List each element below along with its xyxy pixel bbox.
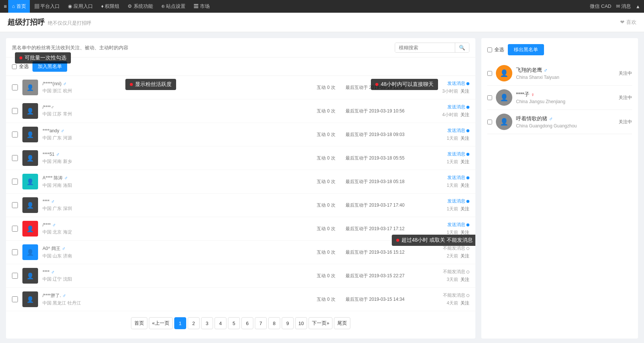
chat-hint-tooltip: 48小时内可以直接聊天 [371,79,438,90]
fan-checkbox-1[interactable] [12,108,18,114]
nav-item-market[interactable]: ☰ 市场 [190,0,213,13]
activity-hint-tooltip: 显示粉丝活跃度 [125,79,176,90]
send-msg-btn-4[interactable]: 发送消息 [447,174,469,181]
fan-checkbox-8[interactable] [12,273,18,279]
time-ago-5: 1天前 [447,206,458,212]
fan-avatar-2: 👤 [22,127,38,142]
follow-btn-8[interactable]: 关注 [460,276,469,283]
page-btn-3[interactable]: 3 [201,317,213,329]
remove-blacklist-button[interactable]: 移出黑名单 [508,44,544,55]
page-btn-6[interactable]: 6 [241,317,253,329]
fan-actions-3: 发送消息 1天前 关注 [425,151,469,165]
select-all-wrap: 全选 [12,63,29,70]
time-follow-4: 1天前 关注 [447,182,469,189]
page-first-btn[interactable]: 首页 [131,317,147,329]
follow-btn-3[interactable]: 关注 [460,159,469,165]
nav-item-platform[interactable]: ▦ 平台入口 [31,0,64,13]
nav-item-site[interactable]: ⊕ 站点设置 [157,0,190,13]
follow-btn-7[interactable]: 关注 [460,253,469,259]
send-msg-btn-5[interactable]: 发送消息 [447,198,469,204]
time-follow-8: 3天前 关注 [447,276,469,283]
blacklist-item: 👤 飞翔的老鹰 ♂ China Shanxi Taiyuan 关注中 [487,61,632,86]
fan-checkbox-7[interactable] [12,249,18,255]
send-msg-btn-6[interactable]: 发送消息 [447,222,469,228]
follow-btn-1[interactable]: 关注 [460,112,469,118]
fan-list: 👤 /*****(nni) ♂ 中国 浙江 杭州 互动 0 次 最后互动于 20… [6,76,475,311]
send-msg-btn-2[interactable]: 发送消息 [447,127,469,134]
fan-checkbox-3[interactable] [12,155,18,161]
page-btn-1[interactable]: 1 [174,317,186,329]
fan-name-8: **** ♂ [43,269,307,275]
search-input[interactable] [395,43,455,52]
bl-info-2: 呼着情歌的猪 ♂ China Guangdong Guangzhou [516,115,615,129]
fan-checkbox-0[interactable] [12,84,18,90]
fan-checkbox-2[interactable] [12,132,18,137]
page-btn-5[interactable]: 5 [228,317,240,329]
fan-checkbox-5[interactable] [12,202,18,208]
page-btn-2[interactable]: 2 [188,317,200,329]
send-msg-btn-1[interactable]: 发送消息 [447,104,469,110]
time-ago-4: 1天前 [447,182,458,189]
time-ago-1: 4小时前 [442,112,458,118]
fan-info-2: ****andy ♂ 中国 广东 河源 [43,128,307,141]
nav-menu-icon[interactable]: ≡ [4,3,7,9]
fan-last-active-2: 最后互动于 2019-03-18 09:03 [346,132,420,138]
page-btn-10[interactable]: 10 [295,317,307,329]
bl-follow-btn-1[interactable]: 关注中 [619,95,632,101]
fan-avatar-5: 👤 [22,197,38,213]
user-avatar[interactable]: ▲ [635,4,640,9]
bl-name-1: ****子 ♀ [516,91,615,98]
search-button[interactable]: 🔍 [455,43,469,52]
bl-item-checkbox-1[interactable] [487,95,492,100]
fan-name-1: /****♂ [43,105,307,110]
send-msg-btn-7[interactable]: 不能发消息 [443,245,469,251]
send-msg-btn-8[interactable]: 不能发消息 [443,269,469,275]
right-toolbar: 全选 移出黑名单 [487,44,632,55]
fan-interaction-3: 互动 0 次 [311,155,341,161]
bl-item-checkbox-2[interactable] [487,120,492,124]
fan-interaction-1: 互动 0 次 [311,108,341,114]
page-btn-4[interactable]: 4 [215,317,226,329]
nav-item-permissions[interactable]: ♦ 权限组 [97,0,123,13]
page-btn-9[interactable]: 9 [282,317,294,329]
page-fav-btn[interactable]: ❤ 喜欢 [620,19,637,26]
follow-btn-0[interactable]: 关注 [460,88,469,95]
nav-item-home[interactable]: ⌂ 首页 [8,0,29,13]
message-link[interactable]: ✉ 消息 [616,3,631,10]
follow-btn-4[interactable]: 关注 [460,182,469,189]
fan-row: 👤 /****胖了. ♂ 中国 黑龙江 牡丹江 互动 0 次 最后互动于 201… [6,288,475,311]
send-msg-btn-3[interactable]: 发送消息 [447,151,469,157]
fan-interaction-0: 互动 0 次 [311,84,341,91]
bl-avatar-0: 👤 [496,65,512,81]
page-title-area: 超级打招呼 绝不仅仅只是打招呼 [7,17,91,27]
fan-checkbox-9[interactable] [12,296,18,302]
follow-btn-5[interactable]: 关注 [460,206,469,212]
fan-interaction-8: 互动 0 次 [311,273,341,279]
fan-name-4: A**** 陈涛 ♂ [43,175,307,181]
page-last-btn[interactable]: 尾页 [334,317,350,329]
follow-btn-2[interactable]: 关注 [460,135,469,142]
bl-name-0: 飞翔的老鹰 ♂ [516,67,615,74]
bl-follow-btn-2[interactable]: 关注中 [619,119,632,125]
fan-checkbox-6[interactable] [12,226,18,232]
nav-item-app[interactable]: ◉ 应用入口 [64,0,97,13]
search-input-wrap: 🔍 [395,43,469,53]
follow-btn-9[interactable]: 关注 [460,300,469,306]
fan-info-8: **** ♂ 中国 辽宁 沈阳 [43,269,307,282]
page-prev-btn[interactable]: «上一页 [149,317,173,329]
page-btn-8[interactable]: 8 [268,317,280,329]
bl-follow-btn-0[interactable]: 关注中 [619,70,632,77]
bl-select-all-checkbox[interactable] [487,47,492,52]
send-msg-btn-0[interactable]: 发送消息 [447,80,469,87]
nav-item-system[interactable]: ⚙ 系统功能 [124,0,157,13]
bl-item-checkbox-0[interactable] [487,71,492,76]
select-all-checkbox[interactable] [12,64,17,69]
bl-info-0: 飞翔的老鹰 ♂ China Shanxi Taiyuan [516,67,615,80]
fan-interaction-2: 互动 0 次 [311,132,341,138]
page-next-btn[interactable]: 下一页» [309,317,332,329]
fan-checkbox-4[interactable] [12,179,18,185]
fan-last-active-7: 最后互动于 2019-03-16 15:12 [346,249,420,256]
send-msg-btn-9[interactable]: 不能发消息 [443,292,469,299]
fan-list-wrap: 显示粉丝活跃度 48小时内可以直接聊天 👤 /*****(nni) ♂ 中国 浙… [6,76,475,311]
page-btn-7[interactable]: 7 [255,317,267,329]
